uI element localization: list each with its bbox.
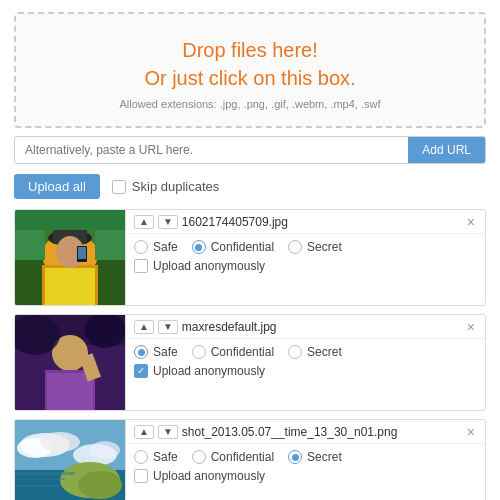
file-info: ▲▼shot_2013.05.07__time_13_30_n01.png×Sa… <box>125 420 485 500</box>
anonymous-label[interactable]: Upload anonymously <box>134 259 477 273</box>
anonymous-label[interactable]: Upload anonymously <box>134 469 477 483</box>
privacy-option-safe[interactable]: Safe <box>134 240 178 254</box>
svg-point-31 <box>78 471 122 499</box>
radio-circle-confidential <box>192 240 206 254</box>
svg-rect-32 <box>15 472 75 475</box>
skip-duplicates-label[interactable]: Skip duplicates <box>112 179 219 194</box>
radio-label-text: Secret <box>307 240 342 254</box>
privacy-option-secret[interactable]: Secret <box>288 240 342 254</box>
remove-file-button[interactable]: × <box>465 320 477 334</box>
privacy-option-safe[interactable]: Safe <box>134 345 178 359</box>
file-item: ▲▼1602174405709.jpg×SafeConfidentialSecr… <box>14 209 486 306</box>
radio-circle-confidential <box>192 450 206 464</box>
radio-circle-secret <box>288 240 302 254</box>
radio-label-text: Secret <box>307 345 342 359</box>
file-options: SafeConfidentialSecretUpload anonymously <box>126 339 485 382</box>
privacy-option-secret[interactable]: Secret <box>288 345 342 359</box>
file-thumbnail <box>15 210 125 305</box>
svg-point-26 <box>40 432 80 452</box>
move-down-button[interactable]: ▼ <box>158 425 178 439</box>
move-down-button[interactable]: ▼ <box>158 215 178 229</box>
svg-rect-10 <box>15 210 125 230</box>
anonymous-text: Upload anonymously <box>153 469 265 483</box>
svg-point-28 <box>90 441 120 459</box>
radio-label-text: Confidential <box>211 240 274 254</box>
file-thumbnail <box>15 315 125 410</box>
anonymous-text: Upload anonymously <box>153 364 265 378</box>
dropzone-title: Drop files here! Or just click on this b… <box>36 36 464 92</box>
file-info: ▲▼maxresdefault.jpg×SafeConfidentialSecr… <box>125 315 485 410</box>
file-options: SafeConfidentialSecretUpload anonymously <box>126 444 485 487</box>
url-input[interactable] <box>15 137 408 163</box>
file-header: ▲▼1602174405709.jpg× <box>126 210 485 234</box>
privacy-radio-group: SafeConfidentialSecret <box>134 345 477 359</box>
file-item: ▲▼maxresdefault.jpg×SafeConfidentialSecr… <box>14 314 486 411</box>
privacy-option-confidential[interactable]: Confidential <box>192 345 274 359</box>
radio-label-text: Secret <box>307 450 342 464</box>
file-name: 1602174405709.jpg <box>182 215 461 229</box>
radio-label-text: Safe <box>153 450 178 464</box>
radio-label-text: Confidential <box>211 345 274 359</box>
move-down-button[interactable]: ▼ <box>158 320 178 334</box>
toolbar: Upload all Skip duplicates <box>14 174 486 199</box>
svg-rect-12 <box>95 230 125 260</box>
radio-label-text: Confidential <box>211 450 274 464</box>
anonymous-checkbox[interactable] <box>134 259 148 273</box>
radio-circle-safe <box>134 345 148 359</box>
file-thumbnail <box>15 420 125 500</box>
move-up-button[interactable]: ▲ <box>134 425 154 439</box>
remove-file-button[interactable]: × <box>465 425 477 439</box>
skip-duplicates-checkbox[interactable] <box>112 180 126 194</box>
privacy-option-safe[interactable]: Safe <box>134 450 178 464</box>
svg-rect-18 <box>47 373 93 410</box>
remove-file-button[interactable]: × <box>465 215 477 229</box>
radio-circle-confidential <box>192 345 206 359</box>
svg-rect-9 <box>45 268 95 305</box>
file-options: SafeConfidentialSecretUpload anonymously <box>126 234 485 277</box>
file-name: shot_2013.05.07__time_13_30_n01.png <box>182 425 461 439</box>
anonymous-text: Upload anonymously <box>153 259 265 273</box>
svg-rect-34 <box>15 485 60 487</box>
privacy-option-confidential[interactable]: Confidential <box>192 450 274 464</box>
dropzone[interactable]: Drop files here! Or just click on this b… <box>14 12 486 128</box>
file-header: ▲▼shot_2013.05.07__time_13_30_n01.png× <box>126 420 485 444</box>
url-bar: Add URL <box>14 136 486 164</box>
file-name: maxresdefault.jpg <box>182 320 461 334</box>
privacy-option-confidential[interactable]: Confidential <box>192 240 274 254</box>
anonymous-checkbox[interactable] <box>134 364 148 378</box>
upload-all-button[interactable]: Upload all <box>14 174 100 199</box>
file-item: ▲▼shot_2013.05.07__time_13_30_n01.png×Sa… <box>14 419 486 500</box>
radio-label-text: Safe <box>153 345 178 359</box>
svg-rect-33 <box>15 478 65 480</box>
radio-label-text: Safe <box>153 240 178 254</box>
radio-circle-safe <box>134 450 148 464</box>
radio-circle-secret <box>288 345 302 359</box>
move-up-button[interactable]: ▲ <box>134 215 154 229</box>
anonymous-checkbox[interactable] <box>134 469 148 483</box>
file-info: ▲▼1602174405709.jpg×SafeConfidentialSecr… <box>125 210 485 305</box>
anonymous-label[interactable]: Upload anonymously <box>134 364 477 378</box>
move-up-button[interactable]: ▲ <box>134 320 154 334</box>
privacy-radio-group: SafeConfidentialSecret <box>134 240 477 254</box>
svg-rect-8 <box>78 247 86 259</box>
radio-circle-safe <box>134 240 148 254</box>
radio-circle-secret <box>288 450 302 464</box>
dropzone-subtitle: Allowed extensions: .jpg, .png, .gif, .w… <box>36 98 464 110</box>
privacy-radio-group: SafeConfidentialSecret <box>134 450 477 464</box>
svg-rect-11 <box>15 230 45 260</box>
privacy-option-secret[interactable]: Secret <box>288 450 342 464</box>
file-header: ▲▼maxresdefault.jpg× <box>126 315 485 339</box>
file-list: ▲▼1602174405709.jpg×SafeConfidentialSecr… <box>14 209 486 500</box>
add-url-button[interactable]: Add URL <box>408 137 485 163</box>
skip-duplicates-text: Skip duplicates <box>132 179 219 194</box>
